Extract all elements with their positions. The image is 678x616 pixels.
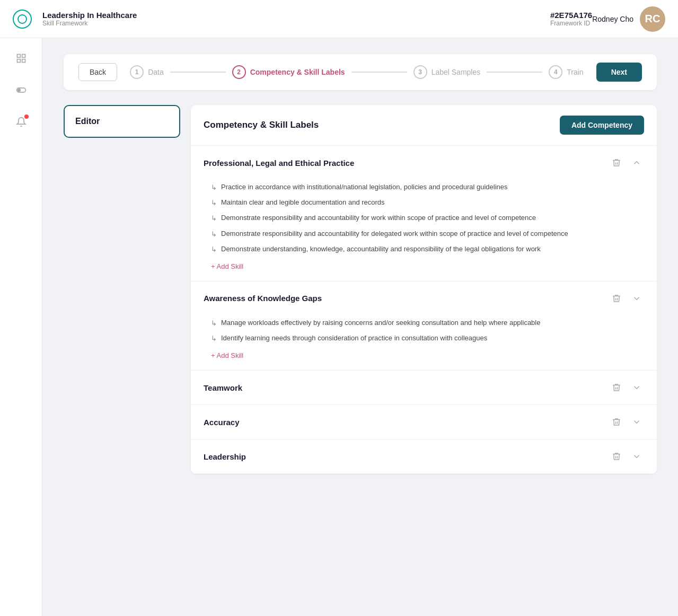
add-competency-button[interactable]: Add Competency xyxy=(560,116,644,135)
section-4-expand-icon[interactable] xyxy=(629,415,644,429)
skill-text: Demonstrate responsibility and accountab… xyxy=(221,229,568,239)
logo-inner-circle xyxy=(17,14,27,24)
app-name: Leadership In Healthcare xyxy=(42,11,529,20)
section-5-name: Leadership xyxy=(204,452,609,461)
skill-item: ↳ Manage workloads effectively by raisin… xyxy=(211,315,644,331)
sidebar-bell-icon[interactable] xyxy=(12,112,31,131)
editor-label: Editor xyxy=(75,117,100,126)
step-1-label: Data xyxy=(148,68,164,76)
content-area: Back 1 Data 2 Competency & Skill Labels … xyxy=(42,38,678,616)
step-4-label: Train xyxy=(567,68,583,76)
skill-item: ↳ Identify learning needs through consid… xyxy=(211,331,644,346)
section-5-header[interactable]: Leadership xyxy=(191,439,657,473)
section-2-expand-icon[interactable] xyxy=(629,291,644,306)
competency-panel-title: Competency & Skill Labels xyxy=(204,120,319,130)
skill-item: ↳ Demonstrate responsibility and account… xyxy=(211,210,644,226)
step-4-circle: 4 xyxy=(549,65,562,79)
svg-rect-1 xyxy=(22,55,25,58)
skill-text: Manage workloads effectively by raising … xyxy=(221,318,540,328)
step-connector-3 xyxy=(487,72,542,73)
step-3: 3 Label Samples xyxy=(413,65,481,79)
competency-section-1: Professional, Legal and Ethical Practice xyxy=(191,146,657,281)
skill-item: ↳ Demonstrate understanding, knowledge, … xyxy=(211,242,644,257)
svg-point-5 xyxy=(17,89,20,92)
section-1-skills: ↳ Practice in accordance with institutio… xyxy=(191,180,657,281)
app-logo xyxy=(13,10,32,29)
section-2-add-skill-button[interactable]: + Add Skill xyxy=(211,348,243,363)
section-1-name: Professional, Legal and Ethical Practice xyxy=(204,159,609,168)
skill-arrow-icon: ↳ xyxy=(211,334,217,344)
section-3-delete-icon[interactable] xyxy=(609,380,624,395)
sidebar xyxy=(0,38,42,616)
skill-item: ↳ Maintain clear and legible documentati… xyxy=(211,195,644,210)
section-5-delete-icon[interactable] xyxy=(609,449,624,464)
skill-arrow-icon: ↳ xyxy=(211,245,217,254)
next-button[interactable]: Next xyxy=(596,63,642,82)
app-subtitle: Skill Framework xyxy=(42,20,529,27)
step-4: 4 Train xyxy=(549,65,583,79)
section-1-header[interactable]: Professional, Legal and Ethical Practice xyxy=(191,146,657,180)
competency-section-3: Teamwork xyxy=(191,371,657,405)
header-title-block: Leadership In Healthcare Skill Framework xyxy=(42,11,529,27)
user-profile: Rodney Cho RC xyxy=(592,6,665,32)
main-layout: Back 1 Data 2 Competency & Skill Labels … xyxy=(0,38,678,616)
skill-item: ↳ Demonstrate responsibility and account… xyxy=(211,226,644,242)
editor-main: Editor Competency & Skill Labels Add Com… xyxy=(64,105,657,474)
step-3-circle: 3 xyxy=(413,65,427,79)
sidebar-toggle-icon[interactable] xyxy=(12,81,31,100)
competency-header: Competency & Skill Labels Add Competency xyxy=(191,105,657,146)
step-2-circle: 2 xyxy=(232,65,246,79)
section-3-name: Teamwork xyxy=(204,383,609,392)
section-2-actions xyxy=(609,291,644,306)
competency-section-5: Leadership xyxy=(191,439,657,474)
section-2-delete-icon[interactable] xyxy=(609,291,624,306)
skill-text: Demonstrate responsibility and accountab… xyxy=(221,213,536,223)
skill-arrow-icon: ↳ xyxy=(211,198,217,208)
section-2-skills: ↳ Manage workloads effectively by raisin… xyxy=(191,315,657,370)
back-button[interactable]: Back xyxy=(78,63,117,81)
section-4-actions xyxy=(609,415,644,429)
skill-arrow-icon: ↳ xyxy=(211,230,217,239)
section-3-header[interactable]: Teamwork xyxy=(191,371,657,404)
step-connector-1 xyxy=(170,72,226,73)
skill-text: Identify learning needs through consider… xyxy=(221,333,487,343)
competency-section-2: Awareness of Knowledge Gaps xyxy=(191,281,657,371)
step-2: 2 Competency & Skill Labels xyxy=(232,65,345,79)
framework-id: #2E75A176 xyxy=(550,11,592,20)
section-1-actions xyxy=(609,155,644,170)
section-3-expand-icon[interactable] xyxy=(629,380,644,395)
skill-arrow-icon: ↳ xyxy=(211,183,217,192)
avatar: RC xyxy=(640,6,665,32)
step-connector-2 xyxy=(351,72,407,73)
skill-arrow-icon: ↳ xyxy=(211,214,217,223)
section-1-collapse-icon[interactable] xyxy=(629,155,644,170)
competency-section-4: Accuracy xyxy=(191,405,657,439)
svg-rect-0 xyxy=(17,55,20,58)
svg-rect-3 xyxy=(22,59,25,63)
framework-id-block: #2E75A176 Framework ID xyxy=(550,11,592,27)
section-2-header[interactable]: Awareness of Knowledge Gaps xyxy=(191,281,657,315)
skill-arrow-icon: ↳ xyxy=(211,319,217,328)
sidebar-grid-icon[interactable] xyxy=(12,49,31,68)
app-header: Leadership In Healthcare Skill Framework… xyxy=(0,0,678,38)
wizard-steps: 1 Data 2 Competency & Skill Labels 3 Lab… xyxy=(130,65,584,79)
competency-panel: Competency & Skill Labels Add Competency… xyxy=(191,105,657,474)
step-2-label: Competency & Skill Labels xyxy=(250,68,345,76)
wizard-bar: Back 1 Data 2 Competency & Skill Labels … xyxy=(64,54,657,90)
step-1: 1 Data xyxy=(130,65,164,79)
skill-text: Demonstrate understanding, knowledge, ac… xyxy=(221,244,541,254)
user-name: Rodney Cho xyxy=(592,15,633,23)
step-1-circle: 1 xyxy=(130,65,144,79)
section-2-name: Awareness of Knowledge Gaps xyxy=(204,294,609,303)
section-5-actions xyxy=(609,449,644,464)
framework-id-label: Framework ID xyxy=(550,20,592,27)
section-4-header[interactable]: Accuracy xyxy=(191,405,657,439)
section-4-delete-icon[interactable] xyxy=(609,415,624,429)
section-5-expand-icon[interactable] xyxy=(629,449,644,464)
skill-text: Maintain clear and legible documentation… xyxy=(221,198,385,207)
editor-panel: Editor xyxy=(64,105,180,138)
notification-badge xyxy=(24,115,29,119)
section-1-add-skill-button[interactable]: + Add Skill xyxy=(211,259,243,274)
section-1-delete-icon[interactable] xyxy=(609,155,624,170)
section-4-name: Accuracy xyxy=(204,418,609,427)
